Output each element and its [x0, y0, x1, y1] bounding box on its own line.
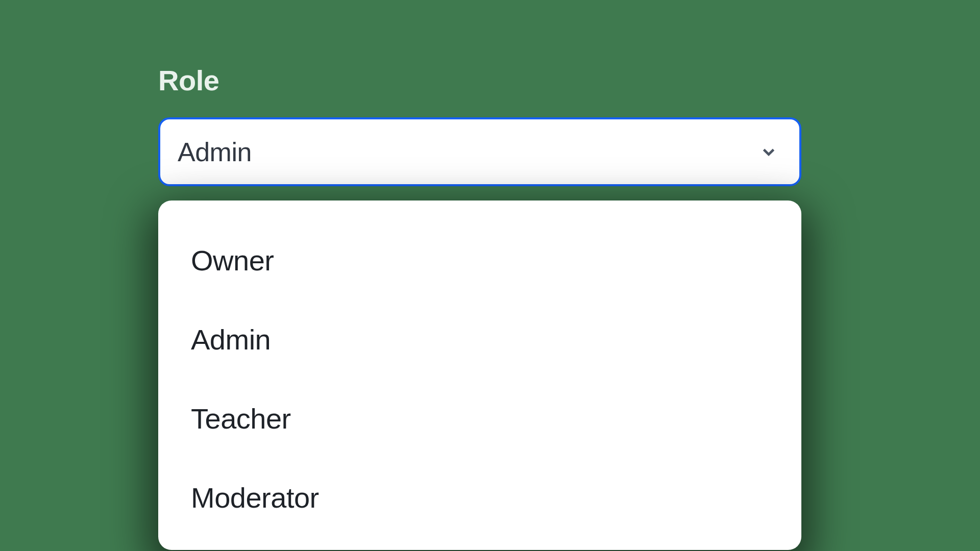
- role-field-container: Role Admin Owner Admin Teacher Moderator: [158, 64, 801, 550]
- role-select[interactable]: Admin: [158, 117, 801, 186]
- role-option-moderator[interactable]: Moderator: [158, 458, 801, 530]
- role-option-owner[interactable]: Owner: [158, 221, 801, 300]
- field-label: Role: [158, 64, 801, 97]
- chevron-down-icon: [758, 142, 779, 162]
- role-dropdown-panel: Owner Admin Teacher Moderator: [158, 201, 801, 550]
- role-select-value: Admin: [178, 137, 252, 167]
- role-option-admin[interactable]: Admin: [158, 300, 801, 379]
- role-option-teacher[interactable]: Teacher: [158, 379, 801, 458]
